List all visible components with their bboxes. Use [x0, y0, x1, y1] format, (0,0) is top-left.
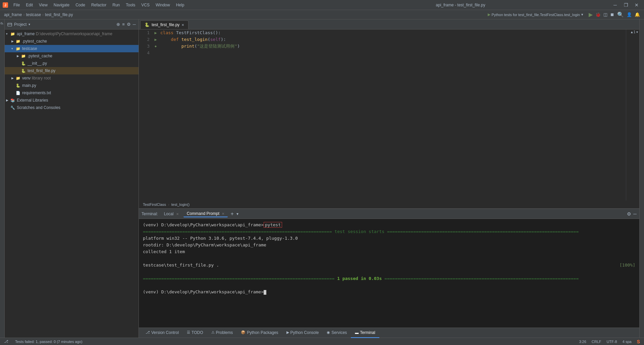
code-line-3: 3 ◆ print("这是登陆测试用例") — [139, 43, 626, 50]
tree-item-testcase[interactable]: ▾ 📁 testcase — [5, 45, 139, 52]
status-tests[interactable]: Tests failed: 1, passed: 0 (7 minutes ag… — [14, 340, 84, 344]
line-content-4[interactable] — [159, 50, 626, 56]
menu-help[interactable]: Help — [173, 2, 187, 8]
line-number-3: 3 — [139, 43, 152, 50]
menu-vcs[interactable]: VCS — [139, 2, 152, 8]
editor-breadcrumb-class[interactable]: TestFirstClass — [143, 203, 166, 207]
minimize-button[interactable]: ─ — [610, 2, 620, 8]
run-config-dropdown[interactable]: ▾ — [581, 12, 583, 17]
minimize-panel-icon[interactable]: ─ — [133, 22, 136, 27]
status-right: 3:26 CRLF UTF-8 4 spa S — [578, 339, 641, 344]
menu-tools[interactable]: Tools — [123, 2, 138, 8]
tab-python-console[interactable]: ▶ Python Console — [282, 328, 323, 338]
terminal-settings-icon[interactable]: ⚙ — [627, 211, 631, 217]
tab-python-packages[interactable]: 📦 Python Packages — [237, 328, 282, 338]
gutter-run-2[interactable]: ▶ — [152, 36, 159, 43]
add-terminal-button[interactable]: + — [229, 211, 235, 217]
stop-button[interactable]: ⏹ — [610, 12, 614, 17]
breadcrumb-sep-1: › — [23, 12, 24, 17]
collapse-all-icon[interactable]: ≡ — [122, 22, 125, 27]
status-encoding[interactable]: UTF-8 — [605, 340, 619, 344]
terminal-tab-cmd[interactable]: Command Prompt ✕ — [183, 211, 228, 217]
terminal-minimize-icon[interactable]: ─ — [633, 211, 637, 217]
tab-problems[interactable]: ⚠ Problems — [207, 328, 237, 338]
term-final-prompt: (venv) D:\develop\PyCharm\workspace\api_… — [143, 289, 264, 294]
tree-item-test-file[interactable]: 🐍 test_first_file.py — [5, 67, 139, 74]
tab-label: test_first_file.py — [152, 22, 179, 27]
breadcrumb-item-2[interactable]: testcase — [26, 12, 41, 17]
terminal-tab-local[interactable]: Local ✕ — [161, 211, 182, 217]
editor-breadcrumb-method[interactable]: test_login() — [171, 203, 190, 207]
status-vcs[interactable]: ⎇ — [3, 339, 10, 344]
line-number-4: 4 — [139, 50, 152, 56]
search-button[interactable]: 🔍 — [617, 11, 624, 18]
close-cmd-tab[interactable]: ✕ — [222, 212, 224, 216]
py-icon-2: 🐍 — [21, 68, 26, 73]
terminal-blank1 — [143, 255, 635, 262]
menu-run[interactable]: Run — [110, 2, 122, 8]
menu-edit[interactable]: Edit — [23, 2, 36, 8]
tree-item-ext-libs[interactable]: ▶ 📚 External Libraries — [5, 97, 139, 104]
menu-refactor[interactable]: Refactor — [89, 2, 109, 8]
tab-todo[interactable]: ☰ TODO — [183, 328, 207, 338]
tab-problems-label: Problems — [216, 330, 233, 335]
tree-item-main[interactable]: 🐍 main.py — [5, 82, 139, 89]
window-title: api_frame - test_first_file.py — [311, 3, 610, 7]
status-indent[interactable]: 4 spa — [621, 340, 633, 344]
tab-services[interactable]: ◉ Services — [323, 328, 351, 338]
project-panel: Project ▾ ⊕ ≡ ⚙ ─ ▾ 📁 api_frame D:\devel… — [5, 19, 139, 338]
scope-icon[interactable]: ⊕ — [116, 22, 120, 27]
project-dropdown[interactable]: ▾ — [29, 22, 30, 26]
tab-version-control[interactable]: ⎇ Version Control — [142, 328, 183, 338]
breadcrumb-item-1[interactable]: api_frame — [4, 12, 22, 17]
close-local-tab[interactable]: ✕ — [176, 212, 179, 216]
tab-terminal-label: Terminal — [360, 330, 375, 335]
gutter-bookmark-3[interactable]: ◆ — [152, 43, 159, 50]
tree-item-requirements[interactable]: 📄 requirements.txt — [5, 89, 139, 97]
menu-file[interactable]: File — [11, 2, 22, 8]
folder-open-icon-2: 📁 — [15, 46, 21, 51]
line-content-3[interactable]: print("这是登陆测试用例") — [159, 43, 626, 50]
status-line-ending[interactable]: CRLF — [590, 340, 603, 344]
breadcrumb-item-3[interactable]: test_first_file.py — [45, 12, 73, 17]
menu-navigate[interactable]: Navigate — [51, 2, 72, 8]
project-icon[interactable]: P — [0, 21, 4, 26]
line-content-1[interactable]: class TestFirstClass(): — [159, 30, 626, 36]
gutter-run-1[interactable]: ▶ — [152, 30, 159, 36]
restore-button[interactable]: ❐ — [621, 2, 631, 8]
tab-test-file[interactable]: 🐍 test_first_file.py ✕ — [140, 20, 189, 29]
close-tab-icon[interactable]: ✕ — [181, 23, 184, 27]
terminal-dropdown[interactable]: ▾ — [236, 212, 238, 216]
menu-code[interactable]: Code — [73, 2, 88, 8]
tree-item-init[interactable]: 🐍 __init__.py — [5, 60, 139, 67]
status-position[interactable]: 3:26 — [578, 340, 587, 344]
terminal-body[interactable]: (venv) D:\develop\PyCharm\workspace\api_… — [139, 219, 639, 328]
coverage-button[interactable]: ◫ — [603, 12, 607, 17]
tests-status-text: Tests failed: 1, passed: 0 (7 minutes ag… — [15, 340, 83, 344]
menu-window[interactable]: Window — [153, 2, 173, 8]
folder-icon — [7, 22, 12, 27]
tree-item-pytest-cache-1[interactable]: ▶ 📁 .pytest_cache — [5, 38, 139, 45]
line-content-2[interactable]: def test_login(self): — [159, 36, 626, 43]
debug-button[interactable]: 🐞 — [595, 12, 601, 17]
notifications-button[interactable]: 🔔 — [635, 12, 640, 17]
close-button[interactable]: ✕ — [632, 2, 641, 8]
content-area: 🐍 test_first_file.py ✕ 1 ▶ class TestFir… — [139, 19, 639, 338]
settings-icon[interactable]: ⚙ — [127, 22, 131, 27]
run-config-icon: ▶ — [488, 12, 490, 17]
tab-terminal[interactable]: ▬ Terminal — [351, 328, 379, 338]
tree-item-pytest-cache-2[interactable]: ▶ 📁 .pytest_cache — [5, 52, 139, 60]
terminal-line-pass-sep: ========================================… — [143, 275, 635, 282]
py-icon: 🐍 — [21, 61, 26, 66]
run-config-label[interactable]: Python tests for test_first_file.TestFir… — [492, 13, 580, 17]
term-result-left: testcase\test_first_file.py . — [143, 262, 219, 269]
right-gutter: ▲1 ▾ — [626, 30, 639, 200]
tree-item-scratches[interactable]: 🔧 Scratches and Consoles — [5, 104, 139, 111]
menu-view[interactable]: View — [36, 2, 50, 8]
run-button[interactable]: ▶ — [589, 11, 593, 18]
user-button[interactable]: 👤 — [627, 12, 632, 17]
tree-label-main: main.py — [22, 83, 36, 88]
tree-item-venv[interactable]: ▶ 📁 venv library root — [5, 74, 139, 82]
line-ending-text: CRLF — [592, 340, 601, 344]
tree-item-api-frame[interactable]: ▾ 📁 api_frame D:\develop\PyCharm\workspa… — [5, 30, 139, 38]
